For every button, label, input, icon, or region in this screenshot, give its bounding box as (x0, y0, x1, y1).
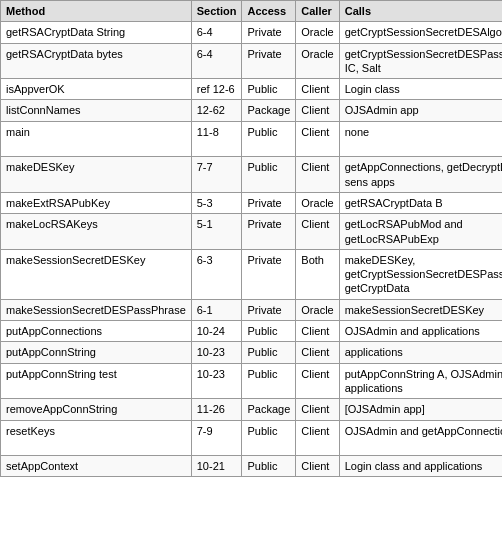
cell-access: Private (242, 214, 296, 250)
cell-calls: applications (339, 342, 502, 363)
cell-method: removeAppConnString (1, 399, 192, 420)
cell-caller: Oracle (296, 22, 339, 43)
col-header-caller: Caller (296, 1, 339, 22)
cell-section: ref 12-6 (191, 79, 242, 100)
cell-method: makeSessionSecretDESPassPhrase (1, 299, 192, 320)
cell-access: Private (242, 249, 296, 299)
cell-calls: getCryptSessionSecretDESAlgorithm (339, 22, 502, 43)
col-header-section: Section (191, 1, 242, 22)
cell-access: Public (242, 121, 296, 157)
cell-caller: Client (296, 79, 339, 100)
cell-access: Public (242, 363, 296, 399)
col-header-method: Method (1, 1, 192, 22)
cell-caller: Client (296, 321, 339, 342)
cell-caller: Client (296, 420, 339, 456)
cell-method: makeDESKey (1, 157, 192, 193)
table-row: isAppverOKref 12-6PublicClientLogin clas… (1, 79, 503, 100)
col-header-access: Access (242, 1, 296, 22)
cell-access: Public (242, 456, 296, 477)
cell-calls: makeDESKey, getCryptSessionSecretDESPass… (339, 249, 502, 299)
table-row: makeLocRSAKeys5-1PrivateClientgetLocRSAP… (1, 214, 503, 250)
cell-method: setAppContext (1, 456, 192, 477)
cell-calls: OJSAdmin and applications (339, 321, 502, 342)
cell-caller: Client (296, 342, 339, 363)
cell-method: main (1, 121, 192, 157)
methods-table: Method Section Access Caller Calls Type … (0, 0, 502, 477)
table-row: getRSACryptData bytes6-4PrivateOracleget… (1, 43, 503, 79)
cell-caller: Client (296, 157, 339, 193)
table-row: setAppContext10-21PublicClientLogin clas… (1, 456, 503, 477)
cell-calls: makeSessionSecretDESKey (339, 299, 502, 320)
cell-access: Private (242, 192, 296, 213)
cell-section: 7-7 (191, 157, 242, 193)
cell-calls: getRSACryptData B (339, 192, 502, 213)
cell-section: 10-21 (191, 456, 242, 477)
cell-caller: Both (296, 249, 339, 299)
table-row: putAppConnString10-23PublicClientapplica… (1, 342, 503, 363)
cell-calls: getLocRSAPubMod and getLocRSAPubExp (339, 214, 502, 250)
table-row: putAppConnString test10-23PublicClientpu… (1, 363, 503, 399)
cell-caller: Client (296, 363, 339, 399)
cell-calls: [OJSAdmin app] (339, 399, 502, 420)
cell-section: 6-3 (191, 249, 242, 299)
cell-access: Private (242, 22, 296, 43)
cell-access: Package (242, 399, 296, 420)
cell-method: listConnNames (1, 100, 192, 121)
cell-section: 5-1 (191, 214, 242, 250)
table-header-row: Method Section Access Caller Calls Type (1, 1, 503, 22)
cell-method: makeSessionSecretDESKey (1, 249, 192, 299)
cell-calls: Login class (339, 79, 502, 100)
cell-access: Public (242, 157, 296, 193)
cell-method: isAppverOK (1, 79, 192, 100)
cell-calls: putAppConnString A, OJSAdmin and applica… (339, 363, 502, 399)
cell-calls: getAppConnections, getDecryptData and se… (339, 157, 502, 193)
table-row: listConnNames12-62PackageClientOJSAdmin … (1, 100, 503, 121)
cell-method: putAppConnString test (1, 363, 192, 399)
cell-caller: Oracle (296, 299, 339, 320)
cell-calls: none (339, 121, 502, 157)
cell-caller: Client (296, 100, 339, 121)
cell-access: Public (242, 420, 296, 456)
cell-section: 6-4 (191, 22, 242, 43)
cell-caller: Oracle (296, 192, 339, 213)
cell-section: 10-23 (191, 342, 242, 363)
cell-access: Private (242, 299, 296, 320)
cell-section: 12-62 (191, 100, 242, 121)
cell-section: 5-3 (191, 192, 242, 213)
table-row: putAppConnections10-24PublicClientOJSAdm… (1, 321, 503, 342)
cell-method: putAppConnections (1, 321, 192, 342)
cell-section: 11-26 (191, 399, 242, 420)
col-header-calls: Calls (339, 1, 502, 22)
cell-access: Public (242, 79, 296, 100)
cell-caller: Client (296, 456, 339, 477)
cell-calls: OJSAdmin app (339, 100, 502, 121)
cell-section: 7-9 (191, 420, 242, 456)
cell-caller: Client (296, 399, 339, 420)
cell-method: makeLocRSAKeys (1, 214, 192, 250)
table-row: makeSessionSecretDESPassPhrase6-1Private… (1, 299, 503, 320)
cell-access: Private (242, 43, 296, 79)
cell-caller: Client (296, 214, 339, 250)
cell-access: Package (242, 100, 296, 121)
table-row: getRSACryptData String6-4PrivateOraclege… (1, 22, 503, 43)
cell-section: 6-1 (191, 299, 242, 320)
table-row: makeExtRSAPubKey5-3PrivateOraclegetRSACr… (1, 192, 503, 213)
cell-section: 10-24 (191, 321, 242, 342)
table-row: removeAppConnString11-26PackageClient[OJ… (1, 399, 503, 420)
table-row: main11-8PublicClientnoneCommand Prompt (1, 121, 503, 157)
cell-caller: Client (296, 121, 339, 157)
table-row: makeDESKey7-7PublicClientgetAppConnectio… (1, 157, 503, 193)
cell-calls: getCryptSessionSecretDESPassPhrase, IC, … (339, 43, 502, 79)
cell-calls: OJSAdmin and getAppConnections (339, 420, 502, 456)
cell-method: getRSACryptData bytes (1, 43, 192, 79)
cell-method: putAppConnString (1, 342, 192, 363)
cell-section: 10-23 (191, 363, 242, 399)
cell-method: resetKeys (1, 420, 192, 456)
cell-section: 11-8 (191, 121, 242, 157)
cell-method: getRSACryptData String (1, 22, 192, 43)
table-row: resetKeys7-9PublicClientOJSAdmin and get… (1, 420, 503, 456)
cell-caller: Oracle (296, 43, 339, 79)
cell-access: Public (242, 342, 296, 363)
cell-section: 6-4 (191, 43, 242, 79)
cell-access: Public (242, 321, 296, 342)
